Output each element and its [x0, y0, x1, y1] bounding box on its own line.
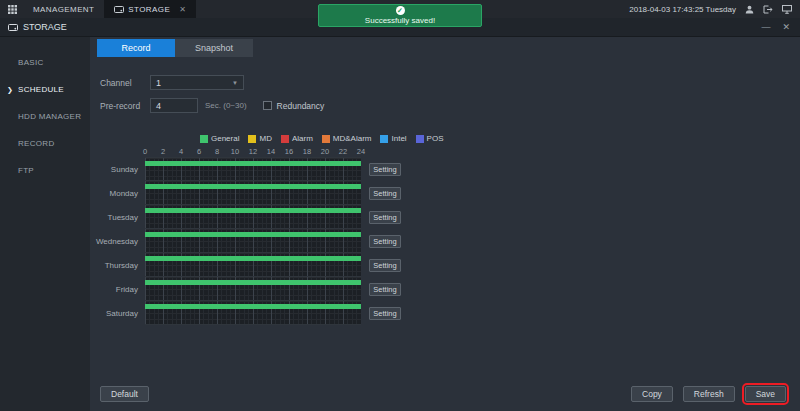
hour-label: 16	[285, 147, 293, 156]
day-label: Monday	[90, 181, 145, 205]
storage-tab-close-icon[interactable]: ✕	[179, 5, 186, 14]
sidebar-item-hdd-manager[interactable]: HDD MANAGER	[0, 103, 90, 130]
datetime-text: 2018-04-03 17:43:25 Tuesday	[629, 5, 736, 14]
form-area: Channel 1 ▼ Pre-record 4 Sec. (0~30) Red…	[100, 75, 800, 121]
prerecord-row: Pre-record 4 Sec. (0~30) Redundancy	[100, 98, 800, 113]
timeline-tuesday[interactable]	[145, 205, 361, 229]
legend-item-alarm: Alarm	[281, 134, 313, 143]
day-row-sunday: SundaySetting	[90, 157, 800, 181]
setting-button-friday[interactable]: Setting	[369, 283, 401, 296]
legend-swatch	[380, 135, 388, 143]
record-segment-general	[145, 232, 361, 237]
check-icon: ✓	[396, 6, 405, 15]
storage-disk-icon	[114, 5, 124, 14]
active-item-arrow-icon: ❯	[7, 86, 13, 94]
setting-button-wednesday[interactable]: Setting	[369, 235, 401, 248]
hour-label: 22	[339, 147, 347, 156]
legend-swatch	[416, 135, 424, 143]
hour-label: 12	[249, 147, 257, 156]
copy-button[interactable]: Copy	[631, 386, 673, 402]
sidebar-item-basic[interactable]: BASIC	[0, 49, 90, 76]
minimize-icon[interactable]: —	[761, 22, 770, 32]
logout-icon[interactable]	[763, 5, 773, 14]
tab-snapshot[interactable]: Snapshot	[175, 39, 253, 57]
channel-label: Channel	[100, 78, 150, 88]
day-label: Wednesday	[90, 229, 145, 253]
setting-button-tuesday[interactable]: Setting	[369, 211, 401, 224]
refresh-button[interactable]: Refresh	[683, 386, 735, 402]
prerecord-unit: Sec. (0~30)	[205, 101, 247, 110]
day-row-wednesday: WednesdaySetting	[90, 229, 800, 253]
legend-swatch	[281, 135, 289, 143]
legend-item-general: General	[200, 134, 239, 143]
prerecord-input[interactable]: 4	[150, 98, 198, 113]
timeline-saturday[interactable]	[145, 301, 361, 325]
setting-button-saturday[interactable]: Setting	[369, 307, 401, 320]
sidebar-item-label: SCHEDULE	[18, 85, 64, 94]
channel-row: Channel 1 ▼	[100, 75, 800, 90]
window-controls: — ✕	[761, 22, 790, 32]
setting-button-sunday[interactable]: Setting	[369, 163, 401, 176]
sidebar-item-label: HDD MANAGER	[18, 112, 81, 121]
record-segment-general	[145, 161, 361, 166]
day-label: Thursday	[90, 253, 145, 277]
record-segment-general	[145, 256, 361, 261]
footer-right: Copy Refresh Save	[631, 386, 786, 402]
legend-swatch	[248, 135, 256, 143]
apps-grid-button[interactable]	[0, 0, 23, 18]
storage-top-tab-label: STORAGE	[128, 5, 170, 14]
management-tab-label: MANAGEMENT	[33, 5, 94, 14]
hour-scale: 024681012141618202224	[145, 147, 361, 157]
legend-item-md: MD	[248, 134, 271, 143]
prerecord-label: Pre-record	[100, 101, 150, 111]
record-segment-general	[145, 304, 361, 309]
monitor-icon[interactable]	[782, 5, 792, 14]
timeline-monday[interactable]	[145, 181, 361, 205]
hour-label: 14	[267, 147, 275, 156]
management-tab[interactable]: MANAGEMENT	[23, 0, 104, 18]
day-row-monday: MondaySetting	[90, 181, 800, 205]
legend: GeneralMDAlarmMD&AlarmIntelPOS	[200, 134, 800, 143]
sidebar-item-schedule[interactable]: ❯SCHEDULE	[0, 76, 90, 103]
storage-disk-icon	[8, 23, 18, 32]
content-panel: RecordSnapshot Channel 1 ▼ Pre-record 4 …	[90, 37, 800, 411]
storage-top-tab[interactable]: STORAGE ✕	[104, 0, 196, 18]
timeline-thursday[interactable]	[145, 253, 361, 277]
toast-message: Successfully saved!	[365, 16, 435, 25]
sidebar-item-label: BASIC	[18, 58, 44, 67]
save-button[interactable]: Save	[745, 386, 786, 402]
day-label: Sunday	[90, 157, 145, 181]
timeline-sunday[interactable]	[145, 157, 361, 181]
hour-label: 8	[215, 147, 219, 156]
legend-swatch	[200, 135, 208, 143]
apps-grid-icon	[8, 5, 17, 14]
tab-record[interactable]: Record	[97, 39, 175, 57]
success-toast: ✓ Successfully saved!	[318, 4, 482, 27]
timeline-friday[interactable]	[145, 277, 361, 301]
main: BASIC❯SCHEDULEHDD MANAGERRECORDFTP Recor…	[0, 37, 800, 411]
chevron-down-icon: ▼	[232, 80, 238, 86]
sidebar-item-ftp[interactable]: FTP	[0, 157, 90, 184]
day-label: Saturday	[90, 301, 145, 325]
hour-label: 20	[321, 147, 329, 156]
legend-label: General	[211, 134, 239, 143]
setting-button-monday[interactable]: Setting	[369, 187, 401, 200]
legend-item-intel: Intel	[380, 134, 406, 143]
sidebar-item-label: RECORD	[18, 139, 54, 148]
legend-label: Intel	[391, 134, 406, 143]
channel-select[interactable]: 1 ▼	[150, 75, 244, 90]
user-icon[interactable]	[745, 5, 754, 14]
default-button[interactable]: Default	[100, 386, 149, 402]
top-bar-right: 2018-04-03 17:43:25 Tuesday	[629, 0, 800, 18]
day-row-tuesday: TuesdaySetting	[90, 205, 800, 229]
redundancy-checkbox[interactable]	[263, 101, 272, 110]
day-label: Friday	[90, 277, 145, 301]
prerecord-value: 4	[156, 101, 161, 111]
page-title: STORAGE	[23, 22, 67, 32]
record-segment-general	[145, 208, 361, 213]
timeline-wednesday[interactable]	[145, 229, 361, 253]
sidebar-item-record[interactable]: RECORD	[0, 130, 90, 157]
setting-button-thursday[interactable]: Setting	[369, 259, 401, 272]
legend-item-md-alarm: MD&Alarm	[322, 134, 372, 143]
close-icon[interactable]: ✕	[782, 22, 790, 32]
